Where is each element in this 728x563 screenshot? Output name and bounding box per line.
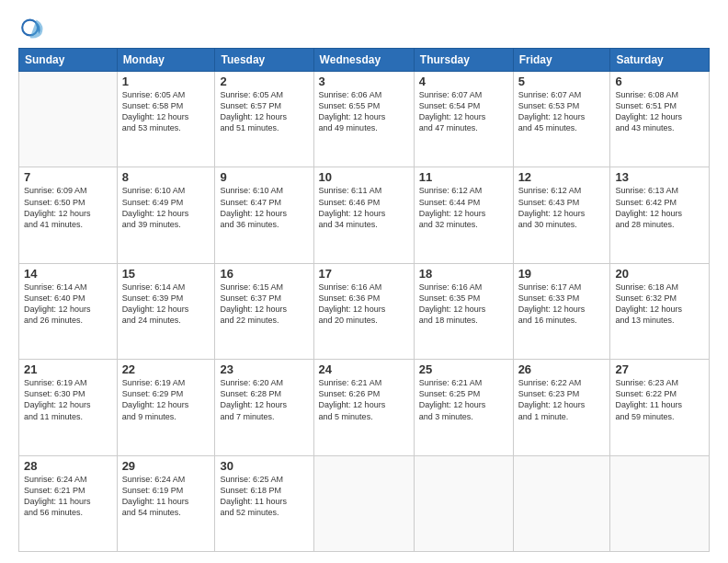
calendar-cell: 18Sunrise: 6:16 AM Sunset: 6:35 PM Dayli… xyxy=(414,263,513,359)
calendar-cell: 3Sunrise: 6:06 AM Sunset: 6:55 PM Daylig… xyxy=(313,72,414,167)
day-info: Sunrise: 6:12 AM Sunset: 6:44 PM Dayligh… xyxy=(419,185,508,230)
day-info: Sunrise: 6:23 AM Sunset: 6:22 PM Dayligh… xyxy=(615,377,704,422)
day-number: 28 xyxy=(24,459,112,473)
day-number: 21 xyxy=(24,362,112,376)
day-info: Sunrise: 6:15 AM Sunset: 6:37 PM Dayligh… xyxy=(220,282,308,327)
calendar-cell xyxy=(414,455,513,551)
day-info: Sunrise: 6:22 AM Sunset: 6:23 PM Dayligh… xyxy=(518,377,606,422)
week-row-3: 14Sunrise: 6:14 AM Sunset: 6:40 PM Dayli… xyxy=(19,263,710,359)
day-info: Sunrise: 6:25 AM Sunset: 6:18 PM Dayligh… xyxy=(220,474,308,519)
calendar-cell: 15Sunrise: 6:14 AM Sunset: 6:39 PM Dayli… xyxy=(117,263,215,359)
header xyxy=(18,15,710,40)
day-info: Sunrise: 6:08 AM Sunset: 6:51 PM Dayligh… xyxy=(615,89,704,134)
calendar-cell: 6Sunrise: 6:08 AM Sunset: 6:51 PM Daylig… xyxy=(610,72,710,167)
calendar-cell: 14Sunrise: 6:14 AM Sunset: 6:40 PM Dayli… xyxy=(19,263,118,359)
day-info: Sunrise: 6:17 AM Sunset: 6:33 PM Dayligh… xyxy=(518,282,606,327)
calendar-cell: 27Sunrise: 6:23 AM Sunset: 6:22 PM Dayli… xyxy=(610,360,710,455)
day-number: 20 xyxy=(615,267,704,281)
calendar-cell: 2Sunrise: 6:05 AM Sunset: 6:57 PM Daylig… xyxy=(215,72,313,167)
day-info: Sunrise: 6:16 AM Sunset: 6:36 PM Dayligh… xyxy=(319,282,409,327)
day-info: Sunrise: 6:05 AM Sunset: 6:58 PM Dayligh… xyxy=(122,89,210,134)
calendar-cell: 30Sunrise: 6:25 AM Sunset: 6:18 PM Dayli… xyxy=(215,455,313,551)
calendar-cell: 8Sunrise: 6:10 AM Sunset: 6:49 PM Daylig… xyxy=(117,167,215,263)
day-info: Sunrise: 6:09 AM Sunset: 6:50 PM Dayligh… xyxy=(24,185,112,230)
day-number: 19 xyxy=(518,267,606,281)
day-number: 9 xyxy=(220,170,308,184)
calendar-cell: 19Sunrise: 6:17 AM Sunset: 6:33 PM Dayli… xyxy=(513,263,610,359)
day-number: 22 xyxy=(122,362,210,376)
day-number: 30 xyxy=(220,459,308,473)
weekday-header-thursday: Thursday xyxy=(414,49,513,72)
weekday-header-wednesday: Wednesday xyxy=(313,49,414,72)
calendar-cell: 11Sunrise: 6:12 AM Sunset: 6:44 PM Dayli… xyxy=(414,167,513,263)
day-number: 24 xyxy=(319,362,409,376)
calendar-cell: 24Sunrise: 6:21 AM Sunset: 6:26 PM Dayli… xyxy=(313,360,414,455)
day-number: 18 xyxy=(419,267,508,281)
weekday-header-friday: Friday xyxy=(513,49,610,72)
day-number: 5 xyxy=(518,75,606,88)
day-number: 10 xyxy=(319,170,409,184)
day-number: 13 xyxy=(615,170,704,184)
day-info: Sunrise: 6:10 AM Sunset: 6:47 PM Dayligh… xyxy=(220,185,308,230)
day-number: 16 xyxy=(220,267,308,281)
calendar-cell: 1Sunrise: 6:05 AM Sunset: 6:58 PM Daylig… xyxy=(117,72,215,167)
calendar-cell: 26Sunrise: 6:22 AM Sunset: 6:23 PM Dayli… xyxy=(513,360,610,455)
day-info: Sunrise: 6:11 AM Sunset: 6:46 PM Dayligh… xyxy=(319,185,409,230)
calendar-cell: 5Sunrise: 6:07 AM Sunset: 6:53 PM Daylig… xyxy=(513,72,610,167)
day-info: Sunrise: 6:24 AM Sunset: 6:21 PM Dayligh… xyxy=(24,474,112,519)
calendar-cell xyxy=(19,72,118,167)
logo-icon xyxy=(18,15,44,40)
calendar-cell: 23Sunrise: 6:20 AM Sunset: 6:28 PM Dayli… xyxy=(215,360,313,455)
weekday-header-tuesday: Tuesday xyxy=(215,49,313,72)
day-number: 14 xyxy=(24,267,112,281)
calendar-cell: 20Sunrise: 6:18 AM Sunset: 6:32 PM Dayli… xyxy=(610,263,710,359)
day-info: Sunrise: 6:13 AM Sunset: 6:42 PM Dayligh… xyxy=(615,185,704,230)
day-number: 25 xyxy=(419,362,508,376)
day-number: 12 xyxy=(518,170,606,184)
calendar-page: SundayMondayTuesdayWednesdayThursdayFrid… xyxy=(0,0,728,563)
day-number: 17 xyxy=(319,267,409,281)
day-number: 11 xyxy=(419,170,508,184)
day-info: Sunrise: 6:21 AM Sunset: 6:25 PM Dayligh… xyxy=(419,377,508,422)
week-row-1: 1Sunrise: 6:05 AM Sunset: 6:58 PM Daylig… xyxy=(19,72,710,167)
day-number: 3 xyxy=(319,75,409,88)
calendar-cell: 4Sunrise: 6:07 AM Sunset: 6:54 PM Daylig… xyxy=(414,72,513,167)
day-number: 23 xyxy=(220,362,308,376)
calendar-cell xyxy=(513,455,610,551)
week-row-5: 28Sunrise: 6:24 AM Sunset: 6:21 PM Dayli… xyxy=(19,455,710,551)
calendar-cell: 10Sunrise: 6:11 AM Sunset: 6:46 PM Dayli… xyxy=(313,167,414,263)
day-info: Sunrise: 6:24 AM Sunset: 6:19 PM Dayligh… xyxy=(122,474,210,519)
day-info: Sunrise: 6:16 AM Sunset: 6:35 PM Dayligh… xyxy=(419,282,508,327)
day-info: Sunrise: 6:07 AM Sunset: 6:53 PM Dayligh… xyxy=(518,89,606,134)
day-info: Sunrise: 6:21 AM Sunset: 6:26 PM Dayligh… xyxy=(319,377,409,422)
weekday-header-saturday: Saturday xyxy=(610,49,710,72)
day-info: Sunrise: 6:06 AM Sunset: 6:55 PM Dayligh… xyxy=(319,89,409,134)
calendar-cell: 12Sunrise: 6:12 AM Sunset: 6:43 PM Dayli… xyxy=(513,167,610,263)
day-number: 27 xyxy=(615,362,704,376)
calendar-cell: 28Sunrise: 6:24 AM Sunset: 6:21 PM Dayli… xyxy=(19,455,118,551)
calendar-cell: 16Sunrise: 6:15 AM Sunset: 6:37 PM Dayli… xyxy=(215,263,313,359)
day-number: 6 xyxy=(615,75,704,88)
day-info: Sunrise: 6:18 AM Sunset: 6:32 PM Dayligh… xyxy=(615,282,704,327)
weekday-header-row: SundayMondayTuesdayWednesdayThursdayFrid… xyxy=(19,49,710,72)
day-number: 8 xyxy=(122,170,210,184)
calendar-cell: 22Sunrise: 6:19 AM Sunset: 6:29 PM Dayli… xyxy=(117,360,215,455)
day-number: 26 xyxy=(518,362,606,376)
calendar-cell: 21Sunrise: 6:19 AM Sunset: 6:30 PM Dayli… xyxy=(19,360,118,455)
calendar-cell: 7Sunrise: 6:09 AM Sunset: 6:50 PM Daylig… xyxy=(19,167,118,263)
day-info: Sunrise: 6:12 AM Sunset: 6:43 PM Dayligh… xyxy=(518,185,606,230)
day-number: 4 xyxy=(419,75,508,88)
calendar-table: SundayMondayTuesdayWednesdayThursdayFrid… xyxy=(18,48,710,552)
day-info: Sunrise: 6:07 AM Sunset: 6:54 PM Dayligh… xyxy=(419,89,508,134)
day-info: Sunrise: 6:19 AM Sunset: 6:30 PM Dayligh… xyxy=(24,377,112,422)
weekday-header-monday: Monday xyxy=(117,49,215,72)
week-row-2: 7Sunrise: 6:09 AM Sunset: 6:50 PM Daylig… xyxy=(19,167,710,263)
day-number: 1 xyxy=(122,75,210,88)
day-info: Sunrise: 6:14 AM Sunset: 6:40 PM Dayligh… xyxy=(24,282,112,327)
day-info: Sunrise: 6:20 AM Sunset: 6:28 PM Dayligh… xyxy=(220,377,308,422)
calendar-cell: 29Sunrise: 6:24 AM Sunset: 6:19 PM Dayli… xyxy=(117,455,215,551)
day-number: 2 xyxy=(220,75,308,88)
day-info: Sunrise: 6:05 AM Sunset: 6:57 PM Dayligh… xyxy=(220,89,308,134)
day-info: Sunrise: 6:14 AM Sunset: 6:39 PM Dayligh… xyxy=(122,282,210,327)
calendar-cell: 17Sunrise: 6:16 AM Sunset: 6:36 PM Dayli… xyxy=(313,263,414,359)
